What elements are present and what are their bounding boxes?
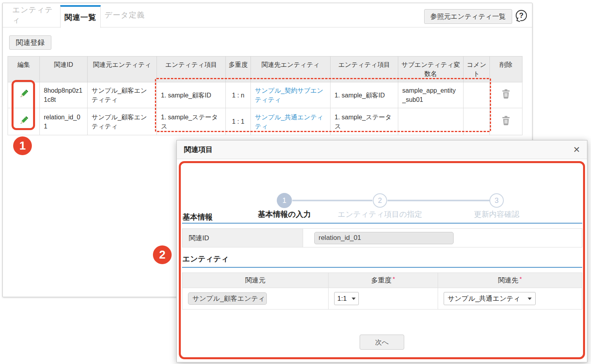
annotation-badge-1: 1 — [13, 136, 32, 155]
section-divider — [182, 223, 582, 224]
col-header-source-item: エンティティ項目 — [157, 56, 226, 82]
multiplicity-select[interactable]: 1:1 — [334, 292, 359, 305]
relation-id-row: 関連ID relation_id_01 — [182, 228, 582, 247]
annotation-badge-2: 2 — [153, 245, 172, 264]
ref-entity-list-button[interactable]: 参照元エンティティ一覧 — [424, 9, 512, 24]
modal-titlebar: 関連項目 × — [177, 140, 587, 159]
step-circle-2: 2 — [373, 193, 387, 208]
help-icon[interactable]: ? — [516, 10, 527, 21]
delete-trash-icon[interactable] — [502, 116, 510, 125]
step-circle-3: 3 — [489, 193, 504, 208]
annotation-highlight-modal-body — [179, 161, 585, 359]
target-entity-value: サンプル_共通エンティ — [448, 294, 521, 303]
step-connector-line — [292, 200, 372, 201]
col-header-relation-id: 関連ID — [40, 56, 88, 82]
source-column-header: 関連元 — [245, 276, 266, 285]
cell-relation-id: 8hodp8np0z11c8t — [40, 82, 88, 108]
table-header-row: 編集 関連ID 関連元エンティティ エンティティ項目 多重度 関連先エンティティ… — [8, 56, 523, 82]
source-entity-field[interactable]: サンプル_顧客エンティ — [188, 292, 267, 305]
multiplicity-column-header: 多重度 — [371, 276, 391, 285]
required-mark: * — [393, 275, 395, 282]
step-connector-line — [387, 200, 490, 201]
col-header-edit: 編集 — [8, 56, 40, 82]
required-mark: * — [520, 275, 522, 282]
chevron-down-icon — [528, 298, 532, 300]
relation-id-label: 関連ID — [182, 229, 303, 247]
tab-relation-list[interactable]: 関連一覧 — [60, 5, 101, 28]
table-row: relation_id_01 サンプル_顧客エンティティ 1. sample_ス… — [8, 108, 523, 135]
step-label-1: 基本情報の入力 — [258, 209, 311, 220]
relation-id-field[interactable]: relation_id_01 — [314, 232, 454, 244]
step-label-2: エンティティ項目の指定 — [338, 209, 422, 220]
step-label-3: 更新内容確認 — [474, 209, 519, 220]
step-circle-1: 1 — [277, 193, 292, 208]
table-row: 8hodp8np0z11c8t サンプル_顧客エンティティ 1. sample_… — [8, 82, 523, 108]
delete-trash-icon[interactable] — [502, 89, 510, 99]
tab-entity[interactable]: エンティティ — [12, 3, 60, 27]
cell-source-entity: サンプル_顧客エンティティ — [88, 82, 157, 108]
col-header-target-item: エンティティ項目 — [331, 56, 398, 82]
chevron-down-icon — [352, 298, 356, 300]
cell-target-item: 1. sample_顧客ID — [331, 82, 398, 108]
basic-info-heading: 基本情報 — [182, 212, 213, 222]
edit-pencil-icon[interactable] — [19, 89, 29, 99]
target-entity-select[interactable]: サンプル_共通エンティ — [444, 292, 536, 305]
next-button[interactable]: 次へ — [360, 335, 404, 350]
entity-config-table: 関連元 多重度* 関連先* サンプル_顧客エンティ 1:1 サンプル_共通エ — [182, 273, 582, 309]
col-header-multiplicity: 多重度 — [226, 56, 251, 82]
cell-source-item: 1. sample_ステータス — [157, 108, 226, 135]
relation-register-button[interactable]: 関連登録 — [9, 35, 51, 50]
col-header-source-entity: 関連元エンティティ — [88, 56, 157, 82]
target-entity-link[interactable]: サンプル_共通エンティティ — [255, 114, 323, 130]
entity-table-row: サンプル_顧客エンティ 1:1 サンプル_共通エンティ — [182, 288, 582, 309]
cell-source-item: 1. sample_顧客ID — [157, 82, 226, 108]
relation-table-container: 編集 関連ID 関連元エンティティ エンティティ項目 多重度 関連先エンティティ… — [8, 56, 523, 135]
cell-target-item: 1. sample_ステータス — [331, 108, 398, 135]
cell-sub-entity-variable: sample_app_entity_sub01 — [398, 82, 464, 108]
cell-source-entity: サンプル_顧客エンティティ — [88, 108, 157, 135]
cell-comment — [464, 82, 490, 108]
tab-data-definition[interactable]: データ定義 — [101, 3, 149, 27]
col-header-target-entity: 関連先エンティティ — [251, 56, 331, 82]
cell-sub-entity-variable — [398, 108, 464, 135]
relation-item-modal: 関連項目 × 1 2 3 基本情報の入力 エンティティ項目の指定 更新内容確認 … — [176, 140, 587, 362]
col-header-comment: コメント — [464, 56, 490, 82]
entity-heading: エンティティ — [182, 254, 229, 264]
cell-relation-id: relation_id_01 — [40, 108, 88, 135]
section-divider — [182, 267, 582, 268]
relation-table: 編集 関連ID 関連元エンティティ エンティティ項目 多重度 関連先エンティティ… — [8, 56, 523, 135]
entity-table-header: 関連元 多重度* 関連先* — [182, 273, 582, 288]
cell-multiplicity: 1 : 1 — [226, 108, 251, 135]
target-column-header: 関連先 — [498, 276, 519, 285]
col-header-delete: 削除 — [490, 56, 523, 82]
cell-comment — [464, 108, 490, 135]
col-header-sub-entity-variable: サブエンティティ変数名 — [398, 56, 464, 82]
target-entity-link[interactable]: サンプル_契約サブエンティティ — [255, 87, 323, 103]
modal-title: 関連項目 — [184, 145, 213, 154]
cell-multiplicity: 1 : n — [226, 82, 251, 108]
close-icon[interactable]: × — [573, 144, 580, 155]
edit-pencil-icon[interactable] — [19, 115, 29, 126]
multiplicity-value: 1:1 — [337, 295, 347, 303]
